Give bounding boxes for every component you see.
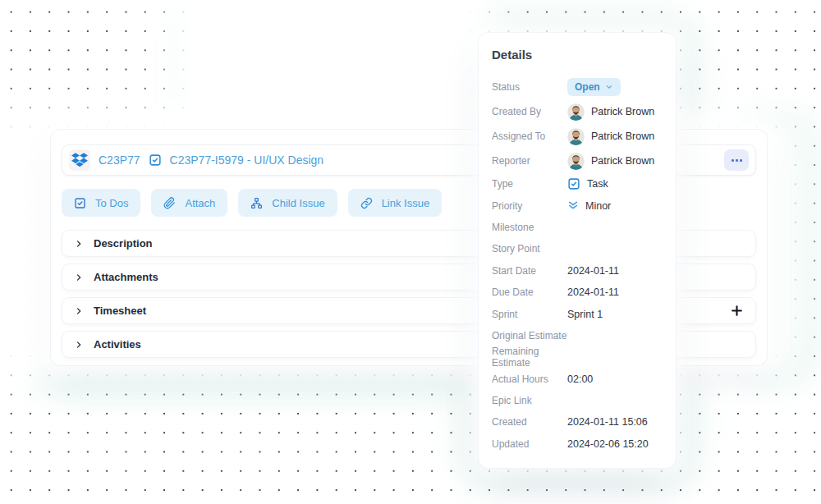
field-value: Patrick Brown bbox=[567, 128, 654, 145]
task-icon bbox=[567, 177, 580, 190]
ellipsis-icon bbox=[731, 159, 743, 162]
details-field-type: TypeTask bbox=[492, 173, 663, 195]
field-label: Epic Link bbox=[492, 395, 567, 406]
field-value: Task bbox=[567, 177, 608, 190]
details-field-due-date: Due Date2024-01-11 bbox=[492, 282, 663, 303]
field-label: Status bbox=[492, 81, 567, 93]
field-label: Reporter bbox=[492, 155, 567, 167]
status-badge-label: Open bbox=[575, 81, 600, 93]
toolbar-button-to-dos[interactable]: To Dos bbox=[62, 189, 140, 217]
details-field-list: StatusOpenCreated ByPatrick BrownAssigne… bbox=[492, 75, 663, 455]
user-name: Patrick Brown bbox=[591, 131, 654, 142]
field-label: Story Point bbox=[492, 243, 567, 254]
section-label: Description bbox=[94, 237, 153, 250]
chevron-right-icon bbox=[75, 240, 83, 248]
priority-minor-icon bbox=[567, 200, 579, 211]
avatar bbox=[567, 128, 585, 145]
field-label: Assigned To bbox=[492, 131, 567, 142]
attach-icon bbox=[163, 197, 176, 209]
field-label: Remaining Estimate bbox=[492, 346, 567, 369]
add-timesheet-button[interactable] bbox=[731, 305, 743, 317]
field-label: Updated bbox=[492, 438, 567, 450]
toolbar-button-child-issue[interactable]: Child Issue bbox=[238, 189, 337, 217]
todos-checkbox-icon bbox=[74, 197, 86, 209]
field-value: Sprint 1 bbox=[567, 309, 603, 320]
details-field-original-estimate: Original Estimate bbox=[492, 325, 663, 346]
field-value: Minor bbox=[567, 200, 611, 212]
chevron-right-icon bbox=[75, 273, 83, 282]
field-label: Due Date bbox=[492, 286, 567, 298]
details-field-reporter: ReporterPatrick Brown bbox=[492, 149, 663, 173]
section-label: Attachments bbox=[94, 271, 158, 283]
child-issue-icon bbox=[250, 197, 263, 209]
text-value: 2024-01-11 bbox=[567, 265, 619, 277]
text-value: 02:00 bbox=[567, 373, 593, 385]
text-value: Sprint 1 bbox=[567, 309, 603, 320]
text-value: 2024-01-11 bbox=[567, 286, 619, 298]
details-field-remaining-estimate: Remaining Estimate bbox=[492, 346, 663, 368]
field-label: Type bbox=[492, 178, 567, 190]
details-field-assigned-to: Assigned ToPatrick Brown bbox=[492, 124, 663, 149]
issue-title-link[interactable]: C23P77-I5979 - UI/UX Design bbox=[170, 153, 324, 167]
field-value: 2024-01-11 15:06 bbox=[567, 416, 648, 428]
field-value: 2024-02-06 15:20 bbox=[567, 438, 649, 450]
plus-icon bbox=[731, 305, 743, 317]
task-icon bbox=[149, 153, 162, 167]
field-label: Created bbox=[492, 416, 567, 428]
details-field-created-by: Created ByPatrick Brown bbox=[492, 99, 663, 124]
priority-value: Minor bbox=[585, 200, 611, 212]
details-panel-title: Details bbox=[492, 48, 663, 62]
details-field-story-point: Story Point bbox=[492, 238, 663, 259]
details-field-status: StatusOpen bbox=[492, 75, 663, 99]
details-panel: Details StatusOpenCreated ByPatrick Brow… bbox=[479, 33, 676, 468]
details-field-start-date: Start Date2024-01-11 bbox=[492, 260, 663, 282]
toolbar-button-attach[interactable]: Attach bbox=[151, 189, 227, 217]
user-name: Patrick Brown bbox=[591, 106, 654, 117]
toolbar-button-link-issue[interactable]: Link Issue bbox=[348, 189, 443, 217]
link-issue-icon bbox=[360, 197, 373, 209]
toolbar-button-label: Child Issue bbox=[272, 197, 324, 209]
details-field-actual-hours: Actual Hours02:00 bbox=[492, 369, 663, 390]
field-value: 02:00 bbox=[567, 373, 593, 385]
details-field-milestone: Milestone bbox=[492, 217, 663, 238]
section-label: Activities bbox=[94, 338, 141, 351]
user-name: Patrick Brown bbox=[591, 155, 654, 167]
avatar bbox=[567, 103, 585, 121]
dropbox-icon bbox=[71, 153, 88, 167]
details-field-priority: PriorityMinor bbox=[492, 195, 663, 216]
field-label: Sprint bbox=[492, 309, 567, 320]
field-label: Original Estimate bbox=[492, 330, 567, 341]
status-badge[interactable]: Open bbox=[567, 78, 621, 96]
more-actions-button[interactable] bbox=[724, 149, 749, 171]
details-field-epic-link: Epic Link bbox=[492, 390, 663, 411]
details-field-sprint: SprintSprint 1 bbox=[492, 303, 663, 324]
text-value: 2024-01-11 15:06 bbox=[567, 416, 648, 428]
field-label: Milestone bbox=[492, 222, 567, 233]
project-icon-wrap bbox=[69, 149, 90, 171]
chevron-right-icon bbox=[75, 307, 83, 315]
toolbar-button-label: Attach bbox=[185, 197, 215, 209]
toolbar-button-label: Link Issue bbox=[382, 197, 430, 209]
text-value: 2024-02-06 15:20 bbox=[567, 438, 649, 450]
field-value: 2024-01-11 bbox=[567, 286, 619, 298]
section-label: Timesheet bbox=[94, 305, 146, 317]
type-value: Task bbox=[587, 178, 608, 190]
field-label: Priority bbox=[492, 200, 567, 212]
field-value: Open bbox=[567, 78, 621, 96]
field-label: Actual Hours bbox=[492, 373, 567, 385]
chevron-right-icon bbox=[75, 341, 83, 349]
field-label: Start Date bbox=[492, 265, 567, 277]
field-label: Created By bbox=[492, 106, 567, 117]
avatar bbox=[567, 153, 585, 170]
field-value: Patrick Brown bbox=[567, 103, 654, 121]
project-key-link[interactable]: C23P77 bbox=[99, 153, 140, 167]
toolbar-button-label: To Dos bbox=[95, 197, 128, 209]
details-field-created: Created2024-01-11 15:06 bbox=[492, 411, 663, 433]
details-field-updated: Updated2024-02-06 15:20 bbox=[492, 433, 663, 455]
field-value: Patrick Brown bbox=[567, 153, 654, 170]
chevron-down-icon bbox=[605, 83, 613, 91]
field-value: 2024-01-11 bbox=[567, 265, 619, 277]
